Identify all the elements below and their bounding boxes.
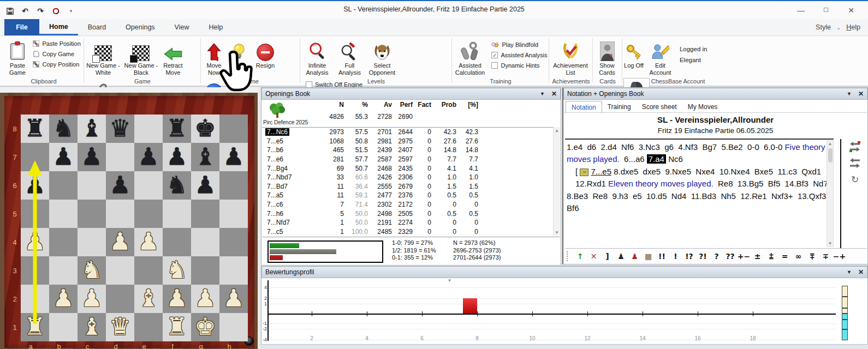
dynamic-hints-checkbox-training[interactable]: Dynamic Hints <box>491 62 547 69</box>
board-square-e1[interactable] <box>134 313 163 341</box>
board-square-g7[interactable]: ♝ <box>191 143 219 171</box>
delete-variation-icon[interactable]: ✕ <box>587 252 601 261</box>
mini-board-icon[interactable]: ▦ <box>641 252 655 261</box>
board-square-g4[interactable] <box>191 228 219 256</box>
board-square-a5[interactable] <box>21 200 49 228</box>
board-square-g5[interactable] <box>191 200 219 228</box>
chess-board[interactable]: ♜♞♝♛♜♚♟♟♟♟♝♟♟♟♞♟♟♟♟♞♞♟♟♝♟♟♟♜♝♛♜♚ <box>21 115 248 341</box>
board-square-f4[interactable] <box>163 228 191 256</box>
board-square-b8[interactable]: ♞ <box>49 115 78 143</box>
menu-tab-help[interactable]: Help <box>199 19 233 35</box>
notation-text[interactable]: Nc6 <box>666 154 683 164</box>
board-square-e8[interactable] <box>134 115 163 143</box>
board-square-a4[interactable]: ♟ <box>21 228 49 256</box>
nag-white-better[interactable]: ± <box>751 252 764 261</box>
black-piece-d8[interactable]: ♛ <box>106 115 134 143</box>
board-square-g8[interactable]: ♚ <box>191 115 219 143</box>
nag-white-winning[interactable]: +− <box>737 252 751 261</box>
book-row-7Bg4[interactable]: 7...Bg46950.72468243504.14.1 <box>262 164 553 173</box>
book-row-7Nfd7[interactable]: 7...Nfd7150.021912274000 <box>262 218 553 227</box>
board-square-d3[interactable] <box>106 256 134 285</box>
menu-tab-view[interactable]: View <box>165 19 199 35</box>
book-row-7a5[interactable]: 7...a51159.12477237600.50.5 <box>262 191 553 200</box>
board-square-c7[interactable]: ♟ <box>78 143 106 171</box>
notation-tab-my-moves[interactable]: My Moves <box>682 101 723 112</box>
board-square-h4[interactable] <box>219 228 248 256</box>
menu-tab-openings[interactable]: Openings <box>116 19 165 35</box>
board-square-g3[interactable] <box>191 256 219 285</box>
notation-tab-notation[interactable]: Notation <box>566 101 602 113</box>
board-square-e6[interactable] <box>134 171 163 200</box>
board-square-h7[interactable]: ♟ <box>219 143 248 171</box>
black-piece-g8[interactable]: ♚ <box>191 115 219 143</box>
board-square-c3[interactable]: ♞ <box>78 256 106 285</box>
board-square-f3[interactable]: ♞ <box>163 256 191 285</box>
book-col-pct[interactable]: % <box>346 101 370 109</box>
black-piece-a8[interactable]: ♜ <box>21 115 49 143</box>
board-square-d1[interactable]: ♛ <box>106 313 134 341</box>
board-square-a6[interactable]: ♟ <box>21 171 49 200</box>
book-row-7c5[interactable]: 7...c51100.024852329000 <box>262 227 553 237</box>
white-piece-c3[interactable]: ♞ <box>78 256 106 285</box>
board-square-e5[interactable] <box>134 200 163 228</box>
insert-move-icon[interactable]: ↑ <box>573 252 587 261</box>
openings-book-title-bar[interactable]: Openings Book ▼ ✕ <box>261 88 561 100</box>
board-square-d8[interactable]: ♛ <box>106 115 134 143</box>
hint-button[interactable]: Hint <box>228 38 250 69</box>
board-square-f1[interactable]: ♜ <box>163 313 191 341</box>
white-piece-f1[interactable]: ♜ <box>163 313 191 341</box>
eval-bar-move-8[interactable] <box>463 298 477 314</box>
nag-dubious[interactable]: ?! <box>696 252 710 261</box>
board-square-d7[interactable] <box>106 143 134 171</box>
black-piece-g6[interactable]: ♟ <box>191 171 219 200</box>
white-piece-g1[interactable]: ♚ <box>191 313 219 341</box>
move-notation[interactable]: 1.e4 d6 2.d4 Nf6 3.Nc3 g6 4.Nf3 Bg7 5.Be… <box>567 141 833 246</box>
board-square-e3[interactable] <box>134 256 163 285</box>
black-piece-b8[interactable]: ♞ <box>49 115 78 143</box>
book-row-7b6[interactable]: 7...b646551.524392407014.814.8 <box>262 146 553 155</box>
nag-unclear[interactable]: ∞ <box>792 252 805 261</box>
panel-close-icon[interactable]: ✕ <box>858 90 864 98</box>
paste-game-button[interactable]: Paste Game <box>4 38 31 76</box>
board-square-f6[interactable]: ♞ <box>163 171 191 200</box>
board-square-b3[interactable] <box>49 256 78 285</box>
black-piece-e7[interactable]: ♟ <box>134 143 163 171</box>
board-square-b4[interactable] <box>49 228 78 256</box>
board-square-h6[interactable] <box>219 171 248 200</box>
panel-close-icon[interactable]: ✕ <box>551 90 557 98</box>
nag-black-better[interactable]: ∓ <box>819 252 833 261</box>
retract-move-button[interactable]: Retract Move <box>161 38 185 76</box>
move-now-button[interactable]: Move Now <box>202 38 226 76</box>
assisted-analysis-checkbox[interactable]: ✓ Assisted Analysis <box>491 52 547 58</box>
white-piece-g2[interactable]: ♟ <box>191 285 219 313</box>
book-col-Prob[interactable]: Prob <box>433 101 459 109</box>
profile-title-bar[interactable]: Bewertungsprofil ▼ ✕ <box>261 266 867 278</box>
board-square-d2[interactable] <box>106 285 134 313</box>
close-button[interactable]: ✕ <box>839 1 864 19</box>
variation-fold-icon[interactable]: − <box>580 169 588 176</box>
compare-moves-icon[interactable] <box>849 141 861 152</box>
board-square-f2[interactable]: ♟ <box>163 285 191 313</box>
white-piece-a4[interactable]: ♟ <box>21 228 49 256</box>
end-variation-icon[interactable]: ] <box>601 252 614 261</box>
notation-text[interactable]: Eleven theory moves played. <box>608 179 714 188</box>
book-row-7e6[interactable]: 7...e628157.72587259707.77.7 <box>262 155 553 164</box>
board-square-e4[interactable]: ♟ <box>134 228 163 256</box>
white-piece-c1[interactable]: ♝ <box>78 313 106 341</box>
board-square-a1[interactable]: ♜ <box>21 313 49 341</box>
toolbar-drag-handle[interactable] <box>567 251 571 261</box>
notation-text[interactable]: [ <box>575 167 580 176</box>
board-square-h5[interactable] <box>219 200 248 228</box>
notation-scrollbar[interactable]: ▲ ▼ <box>827 140 834 247</box>
white-piece-c2[interactable]: ♟ <box>78 285 106 313</box>
play-blindfold-checkbox[interactable]: Play Blindfold <box>491 41 547 48</box>
black-piece-a6[interactable]: ♟ <box>21 171 49 200</box>
nag-equal[interactable]: = <box>778 252 792 261</box>
nag-interesting[interactable]: !? <box>682 252 696 261</box>
book-row-7Nc6[interactable]: 7...Nc6297357.527012644042.342.3 <box>262 128 553 137</box>
help-menu[interactable]: Help <box>846 23 860 31</box>
white-piece-e2[interactable]: ♝ <box>134 285 163 313</box>
white-piece-e4[interactable]: ♟ <box>134 228 163 256</box>
board-square-h3[interactable] <box>219 256 248 285</box>
red-pawn-annotation-icon[interactable]: ♟ <box>628 252 641 261</box>
